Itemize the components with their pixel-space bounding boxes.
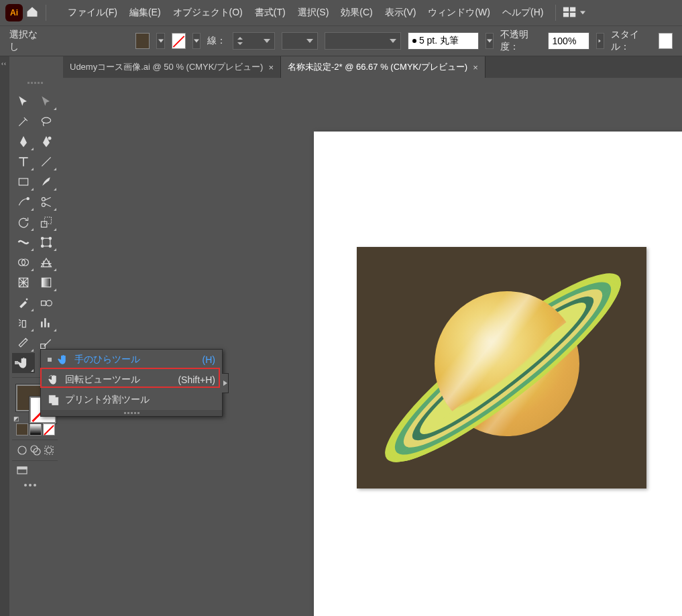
opacity-dropdown[interactable] [596, 33, 604, 49]
canvas-area[interactable] [63, 78, 682, 616]
hand-tool-flyout: 手のひらツール (H) 回転ビューツール (Shift+H) プリント分割ツール [40, 349, 223, 417]
shape-builder-tool[interactable] [12, 252, 35, 272]
opacity-field[interactable]: 100% [548, 32, 589, 50]
color-gradient[interactable] [30, 423, 42, 435]
menu-select[interactable]: 選択(S) [292, 4, 335, 21]
chevron-icon: ‹‹ [1, 60, 7, 67]
flyout-grip[interactable] [41, 410, 222, 416]
lasso-tool[interactable] [35, 111, 58, 132]
paintbrush-tool[interactable] [35, 172, 58, 192]
width-tool[interactable] [12, 232, 35, 252]
edit-toolbar-icon[interactable] [12, 484, 58, 486]
mesh-tool[interactable] [12, 272, 35, 293]
flyout-hand-tool[interactable]: 手のひらツール (H) [41, 350, 222, 370]
stroke-swatch[interactable] [172, 33, 186, 49]
svg-rect-3 [570, 12, 575, 16]
bullet-icon [412, 39, 416, 43]
flyout-print-tiling-tool[interactable]: プリント分割ツール [41, 390, 222, 410]
panel-collapse-strip[interactable]: ‹‹ [0, 56, 9, 616]
column-graph-tool[interactable] [35, 313, 58, 333]
color-none[interactable] [43, 423, 55, 435]
artboard[interactable] [314, 132, 682, 616]
opacity-label: 不透明度： [500, 29, 541, 53]
tab-document-1[interactable]: Udemyコース画像.ai @ 50 % (CMYK/プレビュー) × [63, 56, 281, 78]
toolbox: ⇄ ◩ [9, 79, 60, 493]
style-label: スタイル： [611, 29, 652, 53]
svg-rect-2 [563, 12, 569, 16]
screen-mode-icon[interactable] [16, 465, 28, 477]
print-tile-icon [48, 394, 60, 406]
selection-tool[interactable] [12, 91, 35, 111]
svg-point-16 [49, 245, 51, 247]
close-icon[interactable]: × [473, 62, 478, 72]
type-tool[interactable] [12, 152, 35, 172]
direct-selection-tool[interactable] [35, 91, 58, 111]
artwork-planet[interactable] [355, 219, 650, 514]
stroke-weight-field[interactable] [233, 32, 274, 50]
fill-swatch[interactable] [135, 33, 150, 49]
flyout-label: プリント分割ツール [65, 394, 150, 406]
draw-normal-icon[interactable] [16, 444, 28, 456]
svg-rect-23 [22, 321, 25, 327]
shaper-tool[interactable] [12, 192, 35, 212]
color-solid[interactable] [16, 423, 28, 435]
menu-help[interactable]: ヘルプ(H) [497, 4, 549, 21]
divider [46, 5, 46, 21]
hand-icon [57, 354, 69, 366]
rotate-tool[interactable] [12, 212, 35, 232]
brush-dropdown[interactable] [486, 33, 494, 49]
default-colors-icon[interactable]: ◩ [13, 415, 19, 422]
eyedropper-tool[interactable] [12, 293, 35, 313]
free-transform-tool[interactable] [35, 232, 58, 252]
svg-point-22 [46, 301, 52, 306]
menu-window[interactable]: ウィンドウ(W) [422, 4, 496, 21]
menu-view[interactable]: 表示(V) [380, 4, 422, 21]
svg-rect-20 [42, 278, 50, 287]
scissors-tool[interactable] [35, 192, 58, 212]
rectangle-tool[interactable] [12, 172, 35, 192]
brush-field[interactable]: 5 pt. 丸筆 [408, 32, 479, 50]
slice-tool[interactable] [12, 333, 35, 353]
menu-object[interactable]: オブジェクト(O) [168, 4, 248, 21]
tab-document-2[interactable]: 名称未設定-2* @ 66.67 % (CMYK/プレビュー) × [281, 56, 486, 78]
screen-mode-row [12, 465, 58, 477]
draw-behind-icon[interactable] [30, 444, 42, 456]
brush-definition[interactable] [325, 32, 401, 50]
var-width-profile[interactable] [282, 32, 318, 50]
symbol-sprayer-tool[interactable] [12, 313, 35, 333]
magic-wand-tool[interactable] [12, 111, 35, 132]
menu-file[interactable]: ファイル(F) [62, 4, 123, 21]
home-icon[interactable] [25, 5, 39, 21]
tearoff-handle[interactable] [222, 373, 229, 393]
draw-inside-icon[interactable] [43, 444, 55, 456]
document-tabs: Udemyコース画像.ai @ 50 % (CMYK/プレビュー) × 名称未設… [63, 56, 682, 78]
active-indicator [48, 358, 52, 362]
style-swatch[interactable] [659, 33, 673, 49]
gradient-tool[interactable] [35, 272, 58, 293]
blend-tool[interactable] [35, 293, 58, 313]
perspective-grid-tool[interactable] [35, 252, 58, 272]
fill-dropdown[interactable] [156, 33, 164, 49]
flyout-rotate-view-tool[interactable]: 回転ビューツール (Shift+H) [41, 370, 222, 390]
close-icon[interactable]: × [268, 62, 274, 72]
svg-point-5 [48, 137, 52, 140]
menu-edit[interactable]: 編集(E) [124, 4, 166, 21]
svg-rect-10 [42, 221, 47, 227]
menu-bar: Ai ファイル(F) 編集(E) オブジェクト(O) 書式(T) 選択(S) 効… [0, 0, 682, 25]
svg-rect-6 [19, 178, 27, 185]
selection-status: 選択なし [9, 29, 42, 53]
pen-tool[interactable] [12, 132, 35, 152]
hand-tool[interactable] [12, 353, 35, 373]
svg-rect-1 [570, 7, 575, 11]
stroke-dropdown[interactable] [192, 33, 201, 49]
menu-type[interactable]: 書式(T) [249, 4, 291, 21]
chevron-down-icon[interactable] [580, 11, 585, 15]
panel-grip[interactable] [12, 82, 58, 89]
menu-effect[interactable]: 効果(C) [335, 4, 378, 21]
svg-rect-21 [42, 301, 46, 306]
workspace-switcher[interactable] [563, 6, 577, 20]
line-tool[interactable] [35, 152, 58, 172]
stroke-label: 線： [207, 35, 226, 47]
curvature-tool[interactable] [35, 132, 58, 152]
scale-tool[interactable] [35, 212, 58, 232]
